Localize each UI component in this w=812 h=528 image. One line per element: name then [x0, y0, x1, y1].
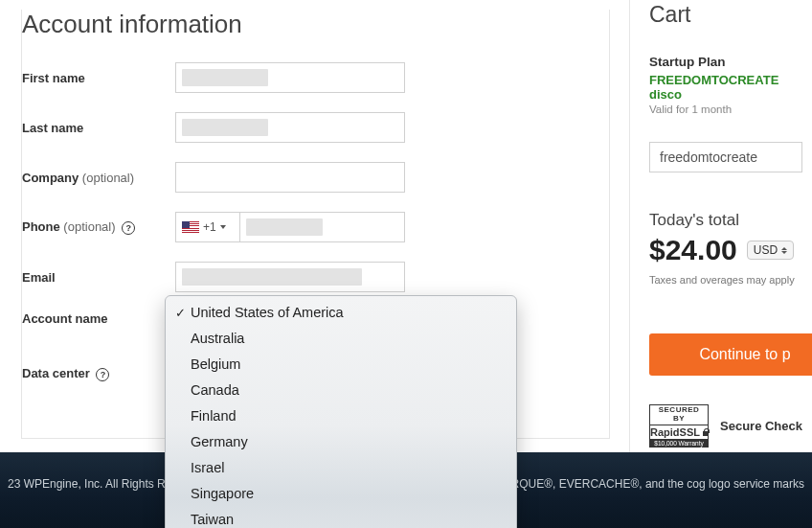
- check-icon: ✓: [175, 302, 191, 324]
- row-company: Company (optional): [22, 162, 590, 193]
- secure-checkout-label: Secure Check: [720, 419, 802, 433]
- dropdown-option-label: Taiwan: [191, 509, 234, 528]
- footer-left: 23 WPEngine, Inc. All Rights Re: [8, 475, 171, 493]
- total-label: Today's total: [649, 211, 812, 230]
- discount-validity: Valid for 1 month: [649, 103, 812, 115]
- label-last-name: Last name: [22, 121, 175, 135]
- dropdown-option-label: Australia: [191, 328, 244, 350]
- page-title: Account information: [22, 10, 590, 39]
- dropdown-option[interactable]: Finland: [166, 403, 516, 429]
- dropdown-option-label: Israel: [191, 457, 224, 479]
- help-icon[interactable]: ?: [96, 368, 109, 381]
- dropdown-option[interactable]: Israel: [166, 455, 516, 481]
- row-email: Email: [22, 262, 590, 292]
- label-company: Company (optional): [22, 171, 175, 185]
- company-input[interactable]: [175, 162, 405, 193]
- chevron-down-icon: [220, 225, 226, 229]
- footer-right: RQUE®, EVERCACHE®, and the cog logo serv…: [511, 475, 804, 493]
- tax-note: Taxes and overages may apply: [649, 274, 812, 286]
- plan-name: Startup Plan: [649, 55, 812, 69]
- cart-sidebar: Cart Startup Plan FREEDOMTOCREATE disco …: [630, 0, 812, 528]
- select-arrows-icon: [781, 247, 787, 254]
- currency-select[interactable]: USD: [747, 241, 794, 260]
- label-account-name: Account name: [22, 311, 175, 326]
- label-email: Email: [22, 270, 175, 285]
- dropdown-option-label: United States of America: [191, 302, 344, 324]
- dropdown-option[interactable]: ✓United States of America: [166, 300, 516, 326]
- coupon-input[interactable]: freedomtocreate: [649, 142, 802, 172]
- row-first-name: First name: [22, 62, 590, 93]
- data-center-dropdown[interactable]: ✓United States of AmericaAustraliaBelgiu…: [165, 295, 517, 528]
- help-icon[interactable]: ?: [122, 221, 135, 235]
- dropdown-option-label: Canada: [191, 379, 239, 402]
- lock-icon: [702, 428, 708, 436]
- discount-line: FREEDOMTOCREATE disco: [649, 73, 812, 102]
- last-name-input[interactable]: [175, 112, 405, 143]
- first-name-input[interactable]: [175, 62, 405, 93]
- dropdown-option[interactable]: Taiwan: [166, 507, 516, 528]
- phone-input[interactable]: [240, 212, 405, 242]
- flag-icon: [182, 221, 199, 233]
- row-last-name: Last name: [22, 112, 590, 143]
- ssl-badge: SECURED BY RapidSSL $10,000 Warranty: [649, 404, 709, 448]
- label-phone: Phone (optional) ?: [22, 219, 175, 235]
- dropdown-option[interactable]: Germany: [166, 429, 516, 455]
- dropdown-option-label: Belgium: [191, 354, 240, 376]
- dropdown-option[interactable]: Singapore: [166, 481, 516, 507]
- dropdown-option-label: Finland: [191, 405, 237, 427]
- phone-country-select[interactable]: +1: [175, 212, 240, 242]
- dropdown-option-label: Germany: [191, 431, 248, 453]
- continue-button[interactable]: Continue to p: [649, 333, 812, 376]
- cart-title: Cart: [649, 2, 812, 28]
- label-first-name: First name: [22, 71, 175, 85]
- dropdown-option[interactable]: Belgium: [166, 352, 516, 378]
- email-input[interactable]: [175, 262, 405, 292]
- row-phone: Phone (optional) ? +1: [22, 212, 590, 242]
- dropdown-option-label: Singapore: [191, 483, 254, 505]
- total-amount: $24.00: [649, 234, 737, 266]
- dropdown-option[interactable]: Australia: [166, 326, 516, 352]
- dropdown-option[interactable]: Canada: [166, 378, 516, 403]
- label-data-center: Data center ?: [22, 366, 175, 381]
